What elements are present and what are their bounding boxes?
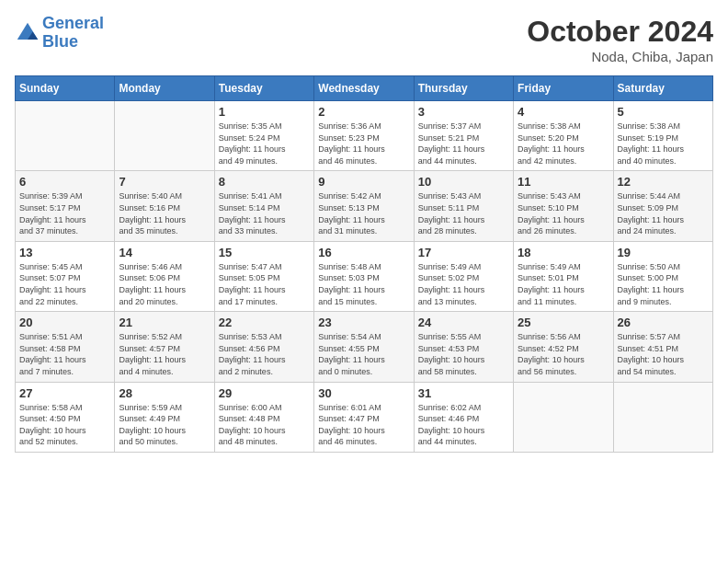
- week-row-5: 27Sunrise: 5:58 AMSunset: 4:50 PMDayligh…: [16, 382, 713, 452]
- day-number: 6: [19, 175, 110, 189]
- day-number: 16: [318, 246, 409, 259]
- calendar-cell: [613, 382, 712, 452]
- calendar-cell: 8Sunrise: 5:41 AMSunset: 5:14 PMDaylight…: [214, 171, 313, 241]
- day-info: Sunrise: 5:45 AMSunset: 5:07 PMDaylight:…: [19, 261, 110, 307]
- day-info: Sunrise: 5:57 AMSunset: 4:51 PMDaylight:…: [618, 331, 709, 377]
- calendar-cell: 1Sunrise: 5:35 AMSunset: 5:24 PMDaylight…: [214, 101, 313, 171]
- day-number: 1: [219, 105, 310, 119]
- day-info: Sunrise: 5:48 AMSunset: 5:03 PMDaylight:…: [318, 261, 409, 307]
- calendar-cell: 5Sunrise: 5:38 AMSunset: 5:19 PMDaylight…: [613, 101, 712, 171]
- calendar-cell: 3Sunrise: 5:37 AMSunset: 5:21 PMDaylight…: [414, 101, 513, 171]
- col-thursday: Thursday: [414, 76, 513, 101]
- calendar-cell: 31Sunrise: 6:02 AMSunset: 4:46 PMDayligh…: [414, 382, 513, 452]
- calendar-cell: 19Sunrise: 5:50 AMSunset: 5:00 PMDayligh…: [613, 241, 712, 311]
- day-number: 9: [318, 175, 409, 189]
- day-info: Sunrise: 5:55 AMSunset: 4:53 PMDaylight:…: [418, 331, 509, 377]
- calendar-cell: [115, 101, 214, 171]
- calendar-cell: 27Sunrise: 5:58 AMSunset: 4:50 PMDayligh…: [16, 382, 115, 452]
- day-info: Sunrise: 5:44 AMSunset: 5:09 PMDaylight:…: [618, 190, 709, 236]
- day-info: Sunrise: 5:54 AMSunset: 4:55 PMDaylight:…: [318, 331, 409, 377]
- calendar-cell: 30Sunrise: 6:01 AMSunset: 4:47 PMDayligh…: [314, 382, 414, 452]
- calendar-cell: 23Sunrise: 5:54 AMSunset: 4:55 PMDayligh…: [314, 312, 414, 382]
- header-row: Sunday Monday Tuesday Wednesday Thursday…: [16, 76, 713, 101]
- calendar-cell: [514, 382, 613, 452]
- day-number: 23: [318, 316, 409, 329]
- day-info: Sunrise: 5:41 AMSunset: 5:14 PMDaylight:…: [219, 190, 310, 236]
- day-info: Sunrise: 5:50 AMSunset: 5:00 PMDaylight:…: [618, 261, 709, 307]
- day-info: Sunrise: 5:38 AMSunset: 5:20 PMDaylight:…: [518, 121, 609, 167]
- calendar-cell: 4Sunrise: 5:38 AMSunset: 5:20 PMDaylight…: [514, 101, 613, 171]
- col-monday: Monday: [115, 76, 214, 101]
- day-info: Sunrise: 5:35 AMSunset: 5:24 PMDaylight:…: [219, 121, 310, 167]
- day-number: 22: [219, 316, 310, 329]
- day-number: 21: [119, 316, 210, 329]
- calendar-cell: 9Sunrise: 5:42 AMSunset: 5:13 PMDaylight…: [314, 171, 414, 241]
- calendar-cell: 25Sunrise: 5:56 AMSunset: 4:52 PMDayligh…: [514, 312, 613, 382]
- col-wednesday: Wednesday: [314, 76, 414, 101]
- day-info: Sunrise: 6:01 AMSunset: 4:47 PMDaylight:…: [318, 402, 409, 448]
- day-number: 19: [618, 246, 709, 259]
- header: General Blue October 2024 Noda, Chiba, J…: [15, 15, 713, 64]
- day-number: 27: [19, 386, 110, 400]
- calendar-cell: 14Sunrise: 5:46 AMSunset: 5:06 PMDayligh…: [115, 241, 214, 311]
- week-row-3: 13Sunrise: 5:45 AMSunset: 5:07 PMDayligh…: [16, 241, 713, 311]
- col-sunday: Sunday: [16, 76, 115, 101]
- day-info: Sunrise: 5:37 AMSunset: 5:21 PMDaylight:…: [418, 121, 509, 167]
- day-info: Sunrise: 5:43 AMSunset: 5:10 PMDaylight:…: [518, 190, 609, 236]
- calendar-cell: 15Sunrise: 5:47 AMSunset: 5:05 PMDayligh…: [214, 241, 313, 311]
- calendar-cell: 13Sunrise: 5:45 AMSunset: 5:07 PMDayligh…: [16, 241, 115, 311]
- day-number: 8: [219, 175, 310, 189]
- calendar-table: Sunday Monday Tuesday Wednesday Thursday…: [15, 75, 713, 453]
- logo: General Blue: [15, 15, 104, 52]
- day-number: 7: [119, 175, 210, 189]
- title-block: October 2024 Noda, Chiba, Japan: [527, 15, 713, 64]
- day-info: Sunrise: 6:02 AMSunset: 4:46 PMDaylight:…: [418, 402, 509, 448]
- col-tuesday: Tuesday: [214, 76, 313, 101]
- day-info: Sunrise: 5:38 AMSunset: 5:19 PMDaylight:…: [618, 121, 709, 167]
- location-subtitle: Noda, Chiba, Japan: [527, 49, 713, 64]
- day-number: 17: [418, 246, 509, 259]
- day-info: Sunrise: 5:58 AMSunset: 4:50 PMDaylight:…: [19, 402, 110, 448]
- calendar-header: Sunday Monday Tuesday Wednesday Thursday…: [16, 76, 713, 101]
- logo-line2: Blue: [42, 32, 78, 51]
- calendar-cell: [16, 101, 115, 171]
- col-saturday: Saturday: [613, 76, 712, 101]
- day-number: 31: [418, 386, 509, 400]
- calendar-cell: 22Sunrise: 5:53 AMSunset: 4:56 PMDayligh…: [214, 312, 313, 382]
- week-row-2: 6Sunrise: 5:39 AMSunset: 5:17 PMDaylight…: [16, 171, 713, 241]
- day-info: Sunrise: 5:36 AMSunset: 5:23 PMDaylight:…: [318, 121, 409, 167]
- calendar-cell: 20Sunrise: 5:51 AMSunset: 4:58 PMDayligh…: [16, 312, 115, 382]
- calendar-cell: 12Sunrise: 5:44 AMSunset: 5:09 PMDayligh…: [613, 171, 712, 241]
- day-number: 18: [518, 246, 609, 259]
- week-row-4: 20Sunrise: 5:51 AMSunset: 4:58 PMDayligh…: [16, 312, 713, 382]
- day-number: 12: [618, 175, 709, 189]
- day-number: 26: [618, 316, 709, 329]
- logo-text: General Blue: [42, 15, 104, 52]
- calendar-cell: 17Sunrise: 5:49 AMSunset: 5:02 PMDayligh…: [414, 241, 513, 311]
- day-number: 20: [19, 316, 110, 329]
- day-number: 10: [418, 175, 509, 189]
- calendar-body: 1Sunrise: 5:35 AMSunset: 5:24 PMDaylight…: [16, 101, 713, 453]
- day-number: 28: [119, 386, 210, 400]
- day-number: 15: [219, 246, 310, 259]
- calendar-cell: 21Sunrise: 5:52 AMSunset: 4:57 PMDayligh…: [115, 312, 214, 382]
- calendar-cell: 10Sunrise: 5:43 AMSunset: 5:11 PMDayligh…: [414, 171, 513, 241]
- month-title: October 2024: [527, 15, 713, 49]
- logo-line1: General: [42, 14, 104, 32]
- calendar-cell: 26Sunrise: 5:57 AMSunset: 4:51 PMDayligh…: [613, 312, 712, 382]
- calendar-cell: 18Sunrise: 5:49 AMSunset: 5:01 PMDayligh…: [514, 241, 613, 311]
- day-info: Sunrise: 5:59 AMSunset: 4:49 PMDaylight:…: [119, 402, 210, 448]
- calendar-cell: 11Sunrise: 5:43 AMSunset: 5:10 PMDayligh…: [514, 171, 613, 241]
- day-info: Sunrise: 5:39 AMSunset: 5:17 PMDaylight:…: [19, 190, 110, 236]
- day-number: 2: [318, 105, 409, 119]
- calendar-cell: 7Sunrise: 5:40 AMSunset: 5:16 PMDaylight…: [115, 171, 214, 241]
- day-number: 24: [418, 316, 509, 329]
- week-row-1: 1Sunrise: 5:35 AMSunset: 5:24 PMDaylight…: [16, 101, 713, 171]
- day-info: Sunrise: 5:43 AMSunset: 5:11 PMDaylight:…: [418, 190, 509, 236]
- day-info: Sunrise: 5:49 AMSunset: 5:02 PMDaylight:…: [418, 261, 509, 307]
- day-number: 30: [318, 386, 409, 400]
- day-number: 25: [518, 316, 609, 329]
- calendar-page: General Blue October 2024 Noda, Chiba, J…: [0, 0, 728, 563]
- day-number: 13: [19, 246, 110, 259]
- day-info: Sunrise: 6:00 AMSunset: 4:48 PMDaylight:…: [219, 402, 310, 448]
